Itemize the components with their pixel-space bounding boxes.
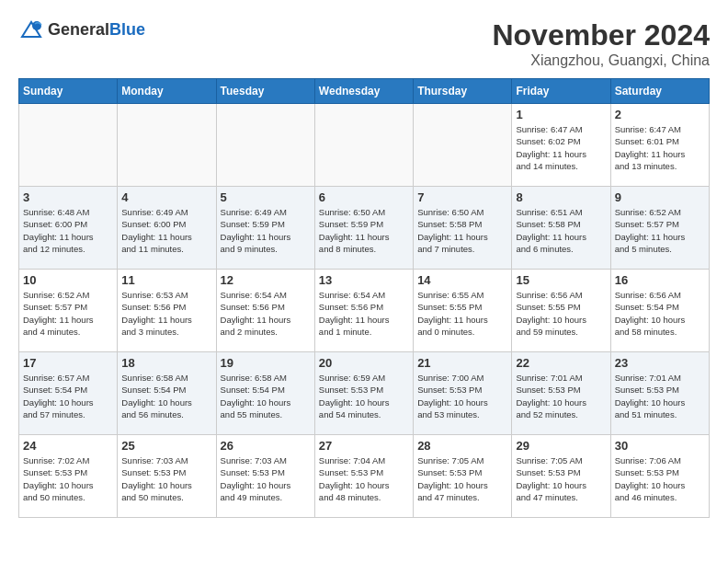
day-info: Sunrise: 6:52 AM Sunset: 5:57 PM Dayligh… — [615, 206, 705, 255]
day-number: 21 — [417, 356, 507, 370]
calendar-table: SundayMondayTuesdayWednesdayThursdayFrid… — [18, 78, 710, 518]
day-number: 20 — [319, 356, 409, 370]
day-number: 25 — [121, 439, 211, 453]
calendar-cell: 4Sunrise: 6:49 AM Sunset: 6:00 PM Daylig… — [118, 187, 216, 270]
day-info: Sunrise: 6:52 AM Sunset: 5:57 PM Dayligh… — [23, 289, 113, 338]
calendar-cell: 20Sunrise: 6:59 AM Sunset: 5:53 PM Dayli… — [314, 352, 413, 435]
calendar-cell — [19, 104, 118, 187]
day-info: Sunrise: 6:58 AM Sunset: 5:54 PM Dayligh… — [121, 372, 211, 420]
weekday-header-thursday: Thursday — [414, 79, 512, 104]
calendar-cell: 19Sunrise: 6:58 AM Sunset: 5:54 PM Dayli… — [216, 352, 314, 435]
day-number: 23 — [615, 356, 705, 370]
day-number: 24 — [23, 439, 113, 453]
day-info: Sunrise: 6:54 AM Sunset: 5:56 PM Dayligh… — [319, 289, 409, 338]
calendar-cell: 21Sunrise: 7:00 AM Sunset: 5:53 PM Dayli… — [414, 352, 512, 435]
day-number: 15 — [516, 273, 606, 287]
weekday-header-tuesday: Tuesday — [216, 79, 314, 104]
calendar-cell: 15Sunrise: 6:56 AM Sunset: 5:55 PM Dayli… — [512, 270, 610, 352]
day-info: Sunrise: 7:05 AM Sunset: 5:53 PM Dayligh… — [516, 454, 606, 503]
day-number: 27 — [319, 439, 409, 453]
day-info: Sunrise: 6:55 AM Sunset: 5:55 PM Dayligh… — [417, 289, 507, 338]
weekday-header-wednesday: Wednesday — [314, 79, 413, 104]
logo: GeneralBlue — [18, 18, 145, 40]
page-header: GeneralBlue November 2024 Xiangzhou, Gua… — [18, 18, 710, 69]
day-number: 19 — [221, 356, 311, 370]
day-info: Sunrise: 6:56 AM Sunset: 5:54 PM Dayligh… — [615, 289, 705, 338]
calendar-cell: 26Sunrise: 7:03 AM Sunset: 5:53 PM Dayli… — [216, 435, 314, 518]
day-info: Sunrise: 7:05 AM Sunset: 5:53 PM Dayligh… — [417, 454, 507, 503]
calendar-cell: 18Sunrise: 6:58 AM Sunset: 5:54 PM Dayli… — [118, 352, 216, 435]
day-info: Sunrise: 6:59 AM Sunset: 5:53 PM Dayligh… — [319, 372, 409, 420]
day-number: 1 — [516, 108, 606, 121]
day-info: Sunrise: 6:47 AM Sunset: 6:01 PM Dayligh… — [615, 123, 705, 172]
calendar-cell: 2Sunrise: 6:47 AM Sunset: 6:01 PM Daylig… — [610, 104, 709, 187]
day-number: 14 — [417, 273, 507, 287]
day-number: 12 — [221, 273, 311, 287]
logo-blue-text: Blue — [109, 20, 145, 39]
day-info: Sunrise: 7:04 AM Sunset: 5:53 PM Dayligh… — [319, 454, 409, 503]
day-info: Sunrise: 7:03 AM Sunset: 5:53 PM Dayligh… — [121, 454, 211, 503]
day-info: Sunrise: 7:00 AM Sunset: 5:53 PM Dayligh… — [417, 372, 507, 420]
calendar-cell: 27Sunrise: 7:04 AM Sunset: 5:53 PM Dayli… — [314, 435, 413, 518]
day-info: Sunrise: 6:48 AM Sunset: 6:00 PM Dayligh… — [23, 206, 113, 255]
day-number: 13 — [319, 273, 409, 287]
weekday-header-row: SundayMondayTuesdayWednesdayThursdayFrid… — [19, 79, 710, 104]
logo-icon — [18, 18, 44, 40]
day-info: Sunrise: 7:02 AM Sunset: 5:53 PM Dayligh… — [23, 454, 113, 503]
day-number: 16 — [615, 273, 705, 287]
logo-general-text: General — [48, 20, 109, 39]
calendar-cell: 11Sunrise: 6:53 AM Sunset: 5:56 PM Dayli… — [118, 270, 216, 352]
day-number: 3 — [23, 190, 113, 204]
calendar-cell: 10Sunrise: 6:52 AM Sunset: 5:57 PM Dayli… — [19, 270, 118, 352]
day-number: 29 — [516, 439, 606, 453]
calendar-cell: 22Sunrise: 7:01 AM Sunset: 5:53 PM Dayli… — [512, 352, 610, 435]
calendar-week-row: 1Sunrise: 6:47 AM Sunset: 6:02 PM Daylig… — [19, 104, 710, 187]
day-info: Sunrise: 6:58 AM Sunset: 5:54 PM Dayligh… — [221, 372, 311, 420]
day-info: Sunrise: 6:50 AM Sunset: 5:59 PM Dayligh… — [319, 206, 409, 255]
day-number: 28 — [417, 439, 507, 453]
day-info: Sunrise: 6:56 AM Sunset: 5:55 PM Dayligh… — [516, 289, 606, 338]
day-info: Sunrise: 7:01 AM Sunset: 5:53 PM Dayligh… — [516, 372, 606, 420]
calendar-cell: 25Sunrise: 7:03 AM Sunset: 5:53 PM Dayli… — [118, 435, 216, 518]
weekday-header-sunday: Sunday — [19, 79, 118, 104]
day-number: 18 — [121, 356, 211, 370]
day-number: 22 — [516, 356, 606, 370]
calendar-cell: 29Sunrise: 7:05 AM Sunset: 5:53 PM Dayli… — [512, 435, 610, 518]
calendar-week-row: 10Sunrise: 6:52 AM Sunset: 5:57 PM Dayli… — [19, 270, 710, 352]
calendar-cell: 23Sunrise: 7:01 AM Sunset: 5:53 PM Dayli… — [610, 352, 709, 435]
calendar-cell: 17Sunrise: 6:57 AM Sunset: 5:54 PM Dayli… — [19, 352, 118, 435]
calendar-week-row: 24Sunrise: 7:02 AM Sunset: 5:53 PM Dayli… — [19, 435, 710, 518]
calendar-cell: 12Sunrise: 6:54 AM Sunset: 5:56 PM Dayli… — [216, 270, 314, 352]
calendar-cell: 3Sunrise: 6:48 AM Sunset: 6:00 PM Daylig… — [19, 187, 118, 270]
calendar-cell: 14Sunrise: 6:55 AM Sunset: 5:55 PM Dayli… — [414, 270, 512, 352]
day-number: 4 — [121, 190, 211, 204]
calendar-cell: 8Sunrise: 6:51 AM Sunset: 5:58 PM Daylig… — [512, 187, 610, 270]
day-info: Sunrise: 7:03 AM Sunset: 5:53 PM Dayligh… — [221, 454, 311, 503]
day-number: 7 — [417, 190, 507, 204]
calendar-cell: 1Sunrise: 6:47 AM Sunset: 6:02 PM Daylig… — [512, 104, 610, 187]
day-info: Sunrise: 6:50 AM Sunset: 5:58 PM Dayligh… — [417, 206, 507, 255]
calendar-cell: 5Sunrise: 6:49 AM Sunset: 5:59 PM Daylig… — [216, 187, 314, 270]
day-number: 9 — [615, 190, 705, 204]
day-number: 8 — [516, 190, 606, 204]
day-number: 17 — [23, 356, 113, 370]
day-number: 10 — [23, 273, 113, 287]
day-number: 30 — [615, 439, 705, 453]
day-number: 6 — [319, 190, 409, 204]
day-info: Sunrise: 6:57 AM Sunset: 5:54 PM Dayligh… — [23, 372, 113, 420]
day-info: Sunrise: 6:49 AM Sunset: 5:59 PM Dayligh… — [221, 206, 311, 255]
calendar-cell: 6Sunrise: 6:50 AM Sunset: 5:59 PM Daylig… — [314, 187, 413, 270]
weekday-header-friday: Friday — [512, 79, 610, 104]
calendar-cell: 13Sunrise: 6:54 AM Sunset: 5:56 PM Dayli… — [314, 270, 413, 352]
day-info: Sunrise: 6:47 AM Sunset: 6:02 PM Dayligh… — [516, 123, 606, 172]
calendar-week-row: 17Sunrise: 6:57 AM Sunset: 5:54 PM Dayli… — [19, 352, 710, 435]
calendar-cell: 7Sunrise: 6:50 AM Sunset: 5:58 PM Daylig… — [414, 187, 512, 270]
calendar-week-row: 3Sunrise: 6:48 AM Sunset: 6:00 PM Daylig… — [19, 187, 710, 270]
month-title: November 2024 — [492, 18, 710, 52]
calendar-cell — [216, 104, 314, 187]
calendar-cell: 16Sunrise: 6:56 AM Sunset: 5:54 PM Dayli… — [610, 270, 709, 352]
calendar-cell — [118, 104, 216, 187]
day-info: Sunrise: 6:53 AM Sunset: 5:56 PM Dayligh… — [121, 289, 211, 338]
location-title: Xiangzhou, Guangxi, China — [492, 52, 710, 69]
calendar-cell: 9Sunrise: 6:52 AM Sunset: 5:57 PM Daylig… — [610, 187, 709, 270]
